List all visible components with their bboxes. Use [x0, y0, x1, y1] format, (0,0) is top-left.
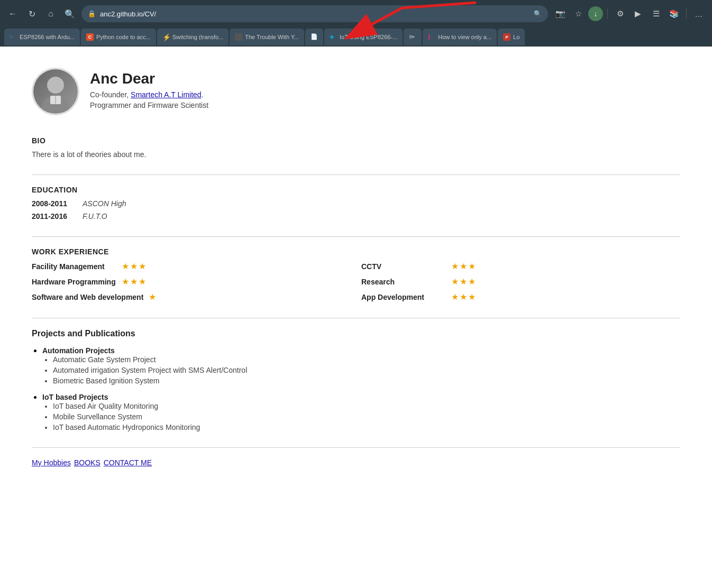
tab-iot[interactable]: ◈ IoT Using ESP8266-...: [324, 29, 403, 45]
tab-how[interactable]: } How to view only a...: [423, 29, 497, 45]
nav-actions: 📷 ☆ ↓ ⚙ ▶ ☰ 📚 …: [552, 6, 707, 22]
edu-school-1: ASCON High: [83, 199, 126, 208]
tab-switching[interactable]: ⚡ Switching (transfo...: [157, 29, 229, 45]
work-label-cctv: CCTV: [361, 262, 446, 271]
divider-1: [32, 174, 680, 175]
work-item-facility: Facility Management ★★★: [32, 261, 351, 271]
tab-favicon-esp: ○: [10, 33, 17, 41]
extensions-button[interactable]: ⚙: [612, 6, 628, 22]
tab-trouble[interactable]: The Trouble With Y...: [230, 29, 304, 45]
footer-link-contact[interactable]: CONTACT ME: [104, 458, 152, 467]
footer-links: My Hobbies BOOKS CONTACT ME: [32, 458, 680, 467]
tab-favicon-switch: ⚡: [162, 33, 170, 41]
tab-esp8266[interactable]: ○ ESP8266 with Ardu...: [4, 29, 80, 45]
work-item-research: Research ★★★: [361, 277, 680, 287]
profile-subtitle: Programmer and Firmware Scientist: [90, 101, 208, 109]
tab-favicon-how: }: [428, 33, 435, 41]
list-item-iot: IoT based Projects IoT based Air Quality…: [42, 392, 680, 431]
download-button[interactable]: ↓: [588, 6, 603, 21]
avatar-image: [33, 69, 78, 114]
tab-favicon-iot: ◈: [330, 33, 337, 41]
tab-label-switching: Switching (transfo...: [172, 34, 224, 40]
edu-year-2: 2011-2016: [32, 212, 74, 221]
stars-research: ★★★: [451, 277, 477, 287]
tabs-bar: ○ ESP8266 with Ardu... C Python code to …: [0, 27, 712, 47]
work-section: WORK EXPERIENCE Facility Management ★★★ …: [32, 247, 680, 302]
stars-cctv: ★★★: [451, 261, 477, 271]
bio-text: There is a lot of theories about me.: [32, 150, 680, 159]
profile-name: Anc Dear: [90, 70, 208, 87]
project-item-2: Automated irrigation System Project with…: [53, 366, 247, 374]
project-item-1: Automatic Gate System Project: [53, 355, 156, 364]
list-item: Biometric Based Ignition System: [53, 376, 680, 385]
bookmark-button[interactable]: ☆: [570, 6, 586, 22]
bio-title: BIO: [32, 136, 680, 145]
edu-row-1: 2008-2011 ASCON High: [32, 199, 680, 208]
education-section: EDUCATION 2008-2011 ASCON High 2011-2016…: [32, 186, 680, 221]
work-label-research: Research: [361, 278, 446, 286]
svg-point-1: [47, 77, 64, 94]
collections-button[interactable]: 📚: [666, 6, 682, 22]
separator2: [686, 8, 687, 19]
projects-main-list: Automation Projects Automatic Gate Syste…: [32, 346, 680, 431]
work-label-appdev: App Development: [361, 293, 446, 301]
iot-category: IoT based Projects: [42, 393, 108, 401]
work-item-hardware: Hardware Programming ★★★: [32, 277, 351, 287]
stars-facility: ★★★: [122, 261, 147, 271]
company-link[interactable]: Smartech A.T Limited: [131, 90, 202, 99]
refresh-button[interactable]: ↻: [24, 6, 39, 21]
stars-software: ★: [149, 292, 157, 302]
browser-chrome: ← ↻ ⌂ 🔍 🔒 anc2.github.io/CV/ 🔍 📷 ☆ ↓ ⚙ ▶…: [0, 0, 712, 47]
project-item-3: Biometric Based Ignition System: [53, 376, 160, 385]
automation-sublist: Automatic Gate System Project Automated …: [42, 355, 680, 385]
search-button[interactable]: 🔍: [62, 6, 77, 21]
tab-blank1[interactable]: 📄: [305, 29, 323, 45]
back-button[interactable]: ←: [5, 6, 20, 21]
iot-item-2: Mobile Survellance System: [53, 412, 142, 421]
list-item: Automated irrigation System Project with…: [53, 366, 680, 374]
sidebar-button[interactable]: ☰: [648, 6, 664, 22]
footer-link-hobbies[interactable]: My Hobbies: [32, 458, 71, 467]
url-text: anc2.github.io/CV/: [100, 10, 530, 18]
list-item: IoT based Automatic Hydroponics Monitori…: [53, 423, 680, 431]
edu-year-1: 2008-2011: [32, 199, 74, 208]
tab-label-trouble: The Trouble With Y...: [245, 34, 299, 40]
profile-section: Anc Dear Co-founder, Smartech A.T Limite…: [32, 68, 680, 115]
divider-4: [32, 447, 680, 448]
tab-python[interactable]: C Python code to acc...: [81, 29, 156, 45]
tab-pdf[interactable]: P Lo: [498, 29, 525, 45]
edu-row-2: 2011-2016 F.U.T.O: [32, 212, 680, 221]
tab-blank2[interactable]: ⌲: [404, 29, 422, 45]
work-item-appdev: App Development ★★★: [361, 292, 680, 302]
tab-label-how: How to view only a...: [438, 34, 491, 40]
tab-favicon-pdf: P: [503, 33, 510, 41]
home-button[interactable]: ⌂: [43, 6, 58, 21]
stars-appdev: ★★★: [451, 292, 477, 302]
address-bar[interactable]: 🔒 anc2.github.io/CV/ 🔍: [81, 5, 548, 22]
screencapture-button[interactable]: 📷: [552, 6, 568, 22]
iot-item-3: IoT based Automatic Hydroponics Monitori…: [53, 423, 200, 431]
projects-title: Projects and Publications: [32, 329, 680, 338]
tab-favicon-blank2: ⌲: [409, 33, 416, 41]
split-view-button[interactable]: ▶: [630, 6, 646, 22]
projects-section: Projects and Publications Automation Pro…: [32, 329, 680, 431]
avatar: [32, 68, 79, 115]
stars-hardware: ★★★: [122, 277, 147, 287]
divider-3: [32, 318, 680, 318]
iot-item-1: IoT based Air Quality Monitoring: [53, 402, 158, 410]
role-prefix: Co-founder,: [90, 90, 131, 99]
footer-link-books[interactable]: BOOKS: [74, 458, 101, 467]
tab-label-python: Python code to acc...: [96, 34, 151, 40]
separator: [607, 8, 608, 19]
profile-info: Anc Dear Co-founder, Smartech A.T Limite…: [90, 68, 208, 109]
more-button[interactable]: …: [691, 6, 707, 22]
list-item: Mobile Survellance System: [53, 412, 680, 421]
automation-category: Automation Projects: [42, 346, 115, 355]
tab-label-iot: IoT Using ESP8266-...: [340, 34, 397, 40]
zoom-icon: 🔍: [534, 10, 542, 17]
tab-favicon-c: C: [86, 33, 94, 41]
tab-label-pdf: Lo: [513, 34, 519, 40]
lock-icon: 🔒: [88, 10, 96, 17]
work-label-facility: Facility Management: [32, 262, 116, 271]
list-item: Automatic Gate System Project: [53, 355, 680, 364]
